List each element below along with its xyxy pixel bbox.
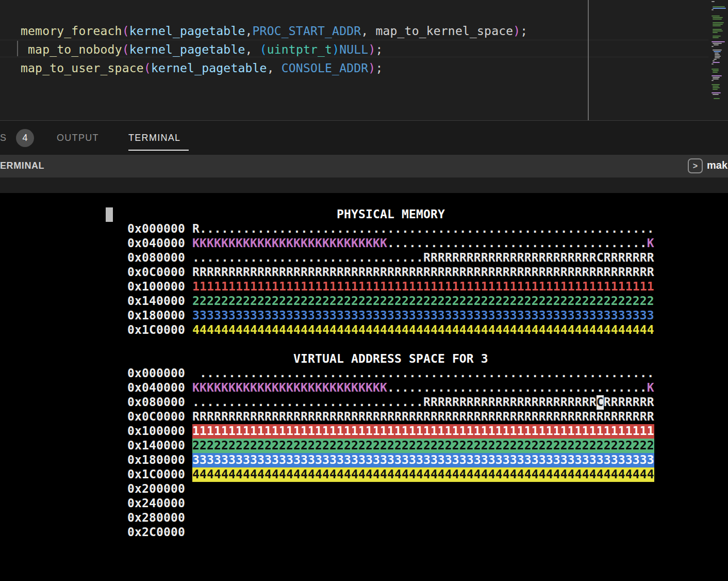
terminal-address: 0x100000 xyxy=(106,424,192,439)
minimap-code-line xyxy=(713,19,722,20)
minimap-code-line xyxy=(712,80,714,81)
minimap-code-line xyxy=(713,30,723,31)
minimap-code-line xyxy=(712,9,714,10)
terminal-line: 0x080000 ...............................… xyxy=(106,251,654,265)
minimap-code-line xyxy=(712,75,722,76)
terminal-output: PHYSICAL MEMORY 0x000000 R..............… xyxy=(106,207,654,540)
terminal-line: 0x100000 1111111111111111111111111111111… xyxy=(106,424,654,439)
terminal-line: 0x000000 ...............................… xyxy=(106,366,654,381)
active-tab-underline xyxy=(128,150,189,151)
terminal-address: 0x140000 xyxy=(106,439,192,453)
terminal-address: 0x280000 xyxy=(106,511,192,525)
minimap-code-line xyxy=(712,92,721,93)
minimap-code-line xyxy=(713,37,719,38)
minimap-code-line xyxy=(712,69,719,70)
terminal-line: 0x080000 ...............................… xyxy=(106,395,654,410)
terminal-line: 0x180000 3333333333333333333333333333333… xyxy=(106,309,654,323)
terminal-launch-button[interactable]: > xyxy=(688,158,703,173)
terminal-address: 0x0C0000 xyxy=(106,410,192,424)
terminal-line xyxy=(106,337,654,352)
chevron-right-icon: > xyxy=(693,162,698,170)
code-line[interactable]: map_to_user_space(kernel_pagetable, CONS… xyxy=(21,59,527,77)
code-lines: memory_foreach(kernel_pagetable,PROC_STA… xyxy=(21,22,527,77)
terminal-address: 0x000000 xyxy=(106,222,192,236)
minimap-code-line xyxy=(713,8,726,9)
minimap-code-line xyxy=(712,1,715,2)
terminal-line: 0x000000 R..............................… xyxy=(106,222,654,236)
code-line[interactable]: memory_foreach(kernel_pagetable,PROC_STA… xyxy=(21,22,527,40)
vscode-window: memory_foreach(kernel_pagetable,PROC_STA… xyxy=(0,0,728,581)
terminal-address: 0x180000 xyxy=(106,453,192,467)
minimap-code-line xyxy=(715,57,720,58)
minimap-code-line xyxy=(713,94,719,95)
minimap-code-line xyxy=(715,53,719,54)
minimap-code-line xyxy=(713,86,719,87)
terminal-address: 0x240000 xyxy=(106,496,192,511)
terminal-line: 0x140000 2222222222222222222222222222222… xyxy=(106,439,654,453)
code-editor[interactable]: memory_foreach(kernel_pagetable,PROC_STA… xyxy=(0,0,728,121)
minimap-code-line xyxy=(713,36,721,37)
minimap-code-line xyxy=(713,89,718,90)
minimap-code-line xyxy=(714,51,721,52)
tab-output[interactable]: OUTPUT xyxy=(57,133,99,143)
terminal-line: 0x200000 xyxy=(106,482,654,496)
tab-problems-fragment[interactable]: S xyxy=(0,133,7,143)
minimap-code-line xyxy=(712,46,714,47)
minimap-code-line xyxy=(713,60,715,61)
terminal-line: 0x040000 KKKKKKKKKKKKKKKKKKKKKKKKKKK....… xyxy=(106,381,654,395)
minimap-code-line xyxy=(712,63,714,64)
panel-tab-bar: S 4 OUTPUT TERMINAL xyxy=(0,121,728,155)
terminal-line: 0x180000 3333333333333333333333333333333… xyxy=(106,453,654,467)
terminal-section-title: VIRTUAL ADDRESS SPACE FOR 3 xyxy=(106,352,654,366)
minimap-code-line xyxy=(713,78,719,79)
minimap-code-line xyxy=(713,77,720,78)
minimap-code-line xyxy=(713,87,720,88)
minimap-code-line xyxy=(714,44,719,45)
problems-count-badge: 4 xyxy=(16,129,34,147)
terminal-address: 0x1C0000 xyxy=(106,323,192,337)
terminal-task-name[interactable]: mak xyxy=(707,159,727,171)
panel-header: ERMINAL > mak xyxy=(0,155,728,177)
terminal-line: 0x1C0000 4444444444444444444444444444444… xyxy=(106,467,654,482)
minimap-code-line xyxy=(713,17,723,18)
minimap-code-line xyxy=(713,50,722,51)
terminal-address: 0x040000 xyxy=(106,236,192,251)
terminal-address: 0x100000 xyxy=(106,280,192,294)
minimap-code-line xyxy=(714,98,720,99)
minimap-code-line xyxy=(712,41,725,42)
terminal-address: 0x1C0000 xyxy=(106,467,192,482)
terminal-address: 0x040000 xyxy=(106,381,192,395)
minimap-code-line xyxy=(713,25,721,26)
code-line[interactable]: map_to_nobody(kernel_pagetable, (uintptr… xyxy=(21,40,527,59)
minimap-code-line xyxy=(712,15,720,17)
terminal-address: 0x000000 xyxy=(106,366,192,381)
minimap-code-line xyxy=(715,56,721,57)
terminal-line: 0x040000 KKKKKKKKKKKKKKKKKKKKKKKKKKK....… xyxy=(106,236,654,251)
panel-title-fragment: ERMINAL xyxy=(0,160,44,171)
minimap-code-line xyxy=(713,22,724,23)
terminal[interactable]: PHYSICAL MEMORY 0x000000 R..............… xyxy=(0,193,728,581)
editor-cursor xyxy=(17,41,18,56)
terminal-address: 0x080000 xyxy=(106,395,192,410)
minimap-code-line xyxy=(715,54,720,55)
terminal-address: 0x2C0000 xyxy=(106,525,192,540)
terminal-address: 0x200000 xyxy=(106,482,192,496)
terminal-address: 0x0C0000 xyxy=(106,265,192,280)
terminal-line: 0x0C0000 RRRRRRRRRRRRRRRRRRRRRRRRRRRRRRR… xyxy=(106,410,654,424)
terminal-line: 0x140000 2222222222222222222222222222222… xyxy=(106,294,654,309)
column-ruler xyxy=(588,0,589,120)
minimap-code-line xyxy=(713,32,718,33)
terminal-line: 0x100000 1111111111111111111111111111111… xyxy=(106,280,654,294)
terminal-line: 0x280000 xyxy=(106,511,654,525)
terminal-address: 0x080000 xyxy=(106,251,192,265)
terminal-address: 0x180000 xyxy=(106,309,192,323)
tab-terminal[interactable]: TERMINAL xyxy=(128,133,180,143)
terminal-address: 0x140000 xyxy=(106,294,192,309)
minimap-code-line xyxy=(713,43,722,44)
minimap-code-line xyxy=(714,59,717,60)
minimap-code-line xyxy=(713,6,725,7)
minimap-code-line xyxy=(713,62,720,63)
terminal-line: 0x2C0000 xyxy=(106,525,654,540)
terminal-line: 0x0C0000 RRRRRRRRRRRRRRRRRRRRRRRRRRRRRRR… xyxy=(106,265,654,280)
minimap[interactable] xyxy=(708,0,728,120)
